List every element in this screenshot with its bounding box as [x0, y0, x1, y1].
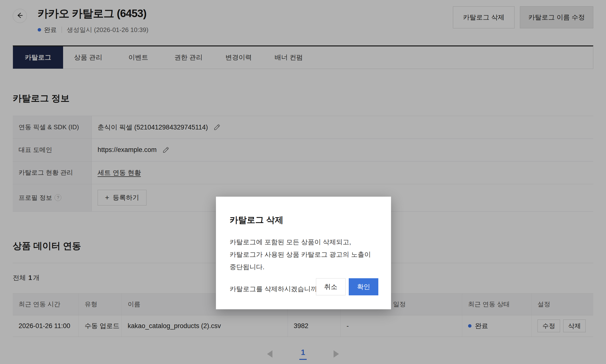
- modal-body-line: 카탈로그에 포함된 모든 상품이 삭제되고,: [230, 236, 377, 248]
- modal-title: 카탈로그 삭제: [230, 214, 377, 226]
- modal-actions: 취소 확인: [316, 278, 378, 295]
- modal-body: 카탈로그에 포함된 모든 상품이 삭제되고, 카탈로그가 사용된 상품 카탈로그…: [230, 236, 377, 273]
- confirm-button[interactable]: 확인: [349, 278, 378, 295]
- cancel-button[interactable]: 취소: [316, 278, 345, 295]
- modal-scrim: [0, 0, 606, 364]
- delete-catalog-modal: 카탈로그 삭제 카탈로그에 포함된 모든 상품이 삭제되고, 카탈로그가 사용된…: [216, 197, 391, 309]
- modal-body-line: 카탈로그가 사용된 상품 카탈로그 광고의 노출이 중단됩니다.: [230, 248, 377, 273]
